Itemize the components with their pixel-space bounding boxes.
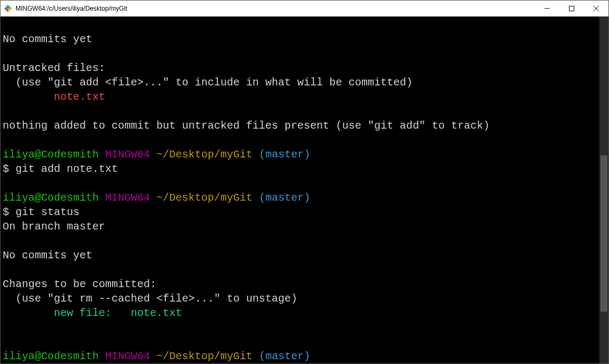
untracked-file: note.txt xyxy=(3,91,105,103)
output-line: On branch master xyxy=(3,220,105,233)
prompt-branch: (master) xyxy=(259,192,310,204)
output-line: (use "git rm --cached <file>..." to unst… xyxy=(3,292,297,305)
minimize-button[interactable] xyxy=(535,1,559,16)
command-text: git status xyxy=(9,206,80,218)
window-titlebar: MINGW64:/c/Users/iliya/Desktop/myGit xyxy=(1,1,608,17)
svg-rect-6 xyxy=(570,6,574,11)
staged-file: new file: note.txt xyxy=(3,307,182,319)
prompt-symbol: $ xyxy=(3,163,9,175)
output-line: (use "git add <file>..." to include in w… xyxy=(3,76,413,89)
prompt-branch: (master) xyxy=(259,350,310,362)
vertical-scrollbar[interactable] xyxy=(599,17,608,363)
output-line: nothing added to commit but untracked fi… xyxy=(3,120,489,132)
output-line: No commits yet xyxy=(3,33,92,45)
close-button[interactable] xyxy=(584,1,608,16)
prompt-user-host: iliya@Codesmith xyxy=(3,148,99,161)
prompt-path: ~/Desktop/myGit xyxy=(156,350,252,362)
app-icon xyxy=(4,4,12,13)
svg-marker-2 xyxy=(8,9,12,12)
prompt-path: ~/Desktop/myGit xyxy=(156,192,252,204)
prompt-branch: (master) xyxy=(259,148,310,161)
prompt-user-host: iliya@Codesmith xyxy=(3,350,99,362)
command-text: git add note.txt xyxy=(9,163,118,175)
prompt-symbol: $ xyxy=(3,206,9,218)
prompt-shell: MINGW64 xyxy=(105,148,150,161)
maximize-button[interactable] xyxy=(559,1,584,16)
prompt-shell: MINGW64 xyxy=(105,350,150,362)
prompt-shell: MINGW64 xyxy=(105,192,150,204)
svg-marker-4 xyxy=(4,5,8,9)
window-controls xyxy=(535,1,608,16)
output-line: Untracked files: xyxy=(3,62,105,74)
scrollbar-thumb[interactable] xyxy=(600,155,607,312)
output-line: Changes to be committed: xyxy=(3,278,156,290)
window-title: MINGW64:/c/Users/iliya/Desktop/myGit xyxy=(15,5,535,12)
prompt-path: ~/Desktop/myGit xyxy=(156,148,252,161)
terminal-output[interactable]: No commits yet Untracked files: (use "gi… xyxy=(1,17,599,363)
prompt-user-host: iliya@Codesmith xyxy=(3,192,99,204)
output-line: No commits yet xyxy=(3,249,92,262)
